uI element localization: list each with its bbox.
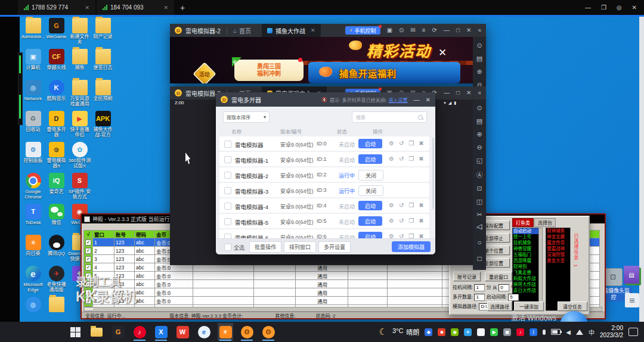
new-window-icon[interactable]: ❐: [408, 217, 414, 224]
volume-up-icon[interactable]: ⊕: [476, 68, 482, 76]
tab-table-select[interactable]: 选择台: [534, 218, 556, 227]
taskbar-explorer[interactable]: [89, 323, 104, 341]
restore-icon[interactable]: ↺: [399, 156, 404, 162]
battery-icon[interactable]: [551, 329, 561, 335]
tray-capture-icon[interactable]: ▣: [503, 328, 511, 336]
script-list-item[interactable]: 挂机捕鱼: [513, 240, 539, 246]
desktop-icon[interactable]: ◎ Network: [21, 80, 45, 111]
wifi-icon[interactable]: [576, 329, 583, 335]
close-tab-icon[interactable]: ✕: [80, 5, 89, 11]
vertical-scrollbar[interactable]: [432, 138, 434, 209]
delete-icon[interactable]: ✖: [419, 140, 423, 147]
settings-icon[interactable]: ⚙: [389, 156, 394, 162]
add-all-button[interactable]: 一键添加: [514, 301, 544, 311]
minimize-icon[interactable]: —: [444, 90, 450, 96]
tray-netease-icon[interactable]: ♪: [516, 328, 524, 336]
viewer-tab[interactable]: 184 704 093 ✕: [97, 0, 174, 15]
enter-settings-link[interactable]: 进入设置: [389, 97, 408, 103]
desktop-icon[interactable]: [91, 142, 114, 173]
clear-tasks-button[interactable]: 清空任务: [558, 301, 587, 311]
close-icon[interactable]: ✕: [466, 27, 471, 33]
desktop-icon[interactable]: 财产记录: [91, 18, 114, 49]
sort-dropdown[interactable]: 按版本排序▾: [223, 111, 270, 123]
start-stop-button[interactable]: 启动: [358, 216, 382, 226]
desktop-icon[interactable]: 新建文件夹: [68, 18, 91, 49]
desktop-icon[interactable]: iQ 爱奇艺: [45, 173, 68, 204]
search-input[interactable]: 搜索: [352, 111, 427, 123]
android-recents-icon[interactable]: □: [477, 254, 481, 263]
script-list-item[interactable]: 飞禽走兽: [513, 270, 539, 276]
start-gap-input[interactable]: 5: [508, 294, 519, 301]
row-checkbox[interactable]: [224, 156, 231, 163]
taskbar-wps[interactable]: W: [175, 323, 190, 341]
restore-icon[interactable]: ↺: [399, 140, 404, 147]
row-checkbox[interactable]: ✔: [85, 265, 91, 271]
batch-operations-button[interactable]: 批量操作: [249, 241, 281, 253]
desktop-icon[interactable]: ▣ 计算机: [21, 49, 45, 80]
restore-icon[interactable]: ↺: [399, 217, 404, 224]
taskbar-thunder[interactable]: X: [153, 323, 169, 341]
auto-click-icon[interactable]: Ⓐ: [476, 170, 483, 179]
desktop-icon[interactable]: 微信: [45, 204, 68, 235]
start-stop-button[interactable]: 启动: [358, 154, 382, 164]
desktop-icon[interactable]: ✳ 向日葵: [21, 235, 45, 266]
close-tab-icon[interactable]: ✕: [311, 27, 315, 33]
restore-icon[interactable]: ❐: [601, 4, 606, 11]
script-list-item[interactable]: 统一上号: [513, 234, 539, 240]
video-icon[interactable]: ◫: [476, 198, 482, 206]
menu-icon[interactable]: ≡: [422, 27, 426, 33]
desktop-icon[interactable]: APK 捕鱼大作战-官方: [91, 111, 114, 142]
delete-icon[interactable]: ✖: [419, 156, 423, 162]
record-icon[interactable]: ⊙: [476, 104, 482, 112]
close-icon[interactable]: ✕: [632, 4, 637, 11]
sync-icon[interactable]: ⟳: [432, 27, 437, 33]
close-icon[interactable]: ✕: [426, 97, 431, 103]
tray-player-icon[interactable]: ▶: [490, 328, 498, 336]
start-from-input[interactable]: 0: [499, 284, 509, 291]
desktop-icon[interactable]: D 雷电多开器: [45, 111, 68, 142]
volume-icon[interactable]: ◀: [566, 329, 571, 335]
record-icon[interactable]: ⊙: [399, 27, 404, 33]
minimize-icon[interactable]: —: [414, 97, 420, 103]
taskbar-ie[interactable]: e: [196, 323, 212, 341]
viewer-tab[interactable]: 1788 529 774 ✕: [18, 0, 95, 15]
minimize-icon[interactable]: —: [444, 27, 450, 33]
start-stop-button[interactable]: 启动: [358, 139, 382, 148]
maximize-icon[interactable]: □: [456, 90, 460, 96]
hang-interval-input[interactable]: 1: [474, 284, 485, 291]
desktop-icon[interactable]: G WeGame: [45, 18, 68, 49]
instance-row[interactable]: 雷电模拟器 安卓9.0(64位) ID:0 未启动 启动 ⚙ ↺ ❐ ✖: [219, 136, 429, 151]
phone-control-button[interactable]: ⚡ 手机控制: [345, 26, 380, 35]
promo-left-tab[interactable]: 勇闯三国 福利冲刺 新: [234, 60, 304, 81]
script-list-item[interactable]: 蚂蚁大作战: [513, 276, 539, 282]
desktop-icon[interactable]: Google Chrome: [21, 173, 45, 204]
new-window-icon[interactable]: ❐: [408, 140, 414, 147]
camera-monitor-icon[interactable]: ⊡: [603, 268, 623, 286]
delete-icon[interactable]: ✖: [419, 217, 423, 224]
taskbar-netease-music[interactable]: ♪: [132, 323, 147, 341]
emulator-2-titlebar[interactable]: D 雷电模拟器-2 ⌂ 首页 捕鱼大作战 ✕ ⚡ 手机控制 ▣ ⊙: [170, 24, 486, 37]
desktop-icon[interactable]: T ToDesk: [21, 204, 45, 235]
maximize-icon[interactable]: □: [456, 27, 460, 33]
new-tab-button[interactable]: +: [180, 3, 185, 13]
ime-indicator[interactable]: 中: [589, 328, 595, 337]
account-log-button[interactable]: 账号记录: [453, 272, 481, 281]
start-stop-button[interactable]: 关闭: [358, 170, 383, 181]
clock[interactable]: 2:00 2023/3/2: [600, 325, 623, 339]
record-icon[interactable]: ⊙: [476, 42, 482, 49]
desktop-icon[interactable]: [91, 173, 114, 204]
close-icon[interactable]: ✕: [466, 90, 471, 96]
tray-telegram-icon[interactable]: ✈: [464, 328, 472, 336]
desktop-icon[interactable]: 便签日志: [91, 49, 114, 80]
collapse-icon[interactable]: «: [478, 27, 481, 33]
desktop-icon[interactable]: 捕鱼: [68, 49, 91, 80]
home-tab[interactable]: ⌂ 首页: [233, 26, 251, 35]
script-list-scrollbar[interactable]: [538, 228, 543, 310]
taskbar-ldplayer-2[interactable]: ʘ: [261, 323, 276, 341]
taskbar-ldplayer-1[interactable]: ʘ: [239, 323, 255, 341]
weather-widget[interactable]: 3°C晴朗: [392, 327, 419, 337]
multi-settings-button[interactable]: 多开设置: [318, 241, 351, 253]
arrange-windows-button[interactable]: 排列窗口: [284, 241, 316, 253]
winrar-icon[interactable]: ▤: [624, 266, 639, 284]
tray-agent-icon[interactable]: ☻: [438, 328, 445, 336]
